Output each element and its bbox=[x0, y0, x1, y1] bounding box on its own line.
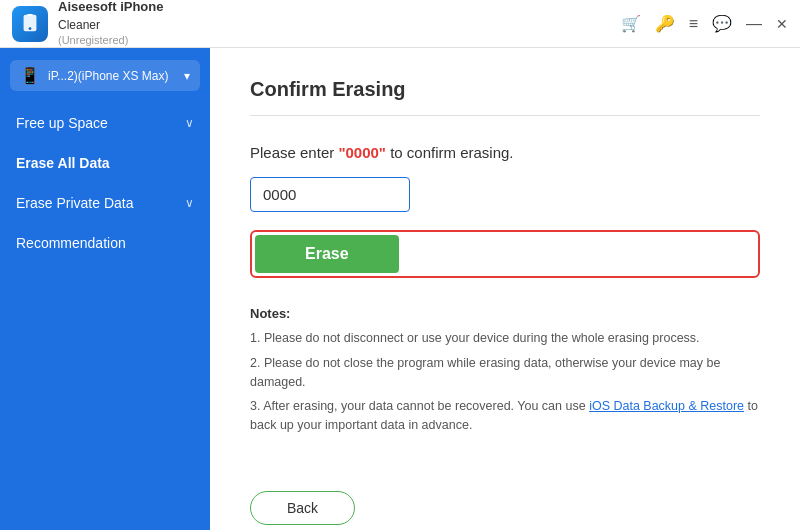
erase-button[interactable]: Erase bbox=[255, 235, 399, 273]
chevron-right-icon: ∨ bbox=[185, 196, 194, 210]
app-icon bbox=[12, 6, 48, 42]
notes-title: Notes: bbox=[250, 306, 760, 321]
sidebar-item-erase-all-data[interactable]: Erase All Data bbox=[0, 143, 210, 183]
main-layout: 📱 iP...2)(iPhone XS Max) ▾ Free up Space… bbox=[0, 48, 800, 530]
confirm-text-post: to confirm erasing. bbox=[386, 144, 514, 161]
app-title-block: Aiseesoft iPhone Cleaner (Unregistered) bbox=[58, 0, 163, 49]
confirm-text-pre: Please enter bbox=[250, 144, 338, 161]
app-name: Aiseesoft iPhone bbox=[58, 0, 163, 17]
key-icon[interactable]: 🔑 bbox=[655, 16, 675, 32]
page-title: Confirm Erasing bbox=[250, 78, 760, 101]
title-bar-left: Aiseesoft iPhone Cleaner (Unregistered) bbox=[12, 0, 163, 49]
sidebar-item-free-up-space[interactable]: Free up Space ∨ bbox=[0, 103, 210, 143]
cart-icon[interactable]: 🛒 bbox=[621, 16, 641, 32]
chevron-down-icon: ▾ bbox=[184, 69, 190, 83]
ios-backup-link[interactable]: iOS Data Backup & Restore bbox=[589, 399, 744, 413]
sidebar-item-erase-private-data[interactable]: Erase Private Data ∨ bbox=[0, 183, 210, 223]
sidebar-item-recommendation[interactable]: Recommendation bbox=[0, 223, 210, 263]
unregistered-label: (Unregistered) bbox=[58, 33, 163, 48]
erase-button-wrapper: Erase bbox=[250, 230, 760, 278]
back-button[interactable]: Back bbox=[250, 491, 355, 525]
sidebar-item-label: Free up Space bbox=[16, 115, 108, 131]
section-divider bbox=[250, 115, 760, 116]
sidebar: 📱 iP...2)(iPhone XS Max) ▾ Free up Space… bbox=[0, 48, 210, 530]
note-item-1: 1. Please do not disconnect or use your … bbox=[250, 329, 760, 348]
svg-rect-1 bbox=[27, 13, 33, 15]
notes-list: 1. Please do not disconnect or use your … bbox=[250, 329, 760, 435]
title-bar-controls: 🛒 🔑 ≡ 💬 — ✕ bbox=[621, 16, 788, 32]
confirm-code-input[interactable] bbox=[250, 177, 410, 212]
notes-section: Notes: 1. Please do not disconnect or us… bbox=[250, 306, 760, 441]
note-item-2: 2. Please do not close the program while… bbox=[250, 354, 760, 392]
chat-icon[interactable]: 💬 bbox=[712, 16, 732, 32]
app-name-line2: Cleaner bbox=[58, 17, 163, 34]
content-area: Confirm Erasing Please enter "0000" to c… bbox=[210, 48, 800, 530]
sidebar-item-label: Erase Private Data bbox=[16, 195, 134, 211]
chevron-right-icon: ∨ bbox=[185, 116, 194, 130]
svg-point-2 bbox=[29, 27, 32, 30]
title-bar: Aiseesoft iPhone Cleaner (Unregistered) … bbox=[0, 0, 800, 48]
sidebar-item-label: Erase All Data bbox=[16, 155, 110, 171]
content-footer: Back bbox=[250, 471, 760, 525]
close-icon[interactable]: ✕ bbox=[776, 17, 788, 31]
confirm-instruction: Please enter "0000" to confirm erasing. bbox=[250, 144, 760, 161]
note-item-3: 3. After erasing, your data cannot be re… bbox=[250, 397, 760, 435]
note3-pre: 3. After erasing, your data cannot be re… bbox=[250, 399, 589, 413]
confirm-code: "0000" bbox=[338, 144, 386, 161]
menu-icon[interactable]: ≡ bbox=[689, 16, 698, 32]
phone-icon: 📱 bbox=[20, 66, 40, 85]
device-selector[interactable]: 📱 iP...2)(iPhone XS Max) ▾ bbox=[10, 60, 200, 91]
device-label: iP...2)(iPhone XS Max) bbox=[48, 69, 176, 83]
minimize-icon[interactable]: — bbox=[746, 16, 762, 32]
sidebar-item-label: Recommendation bbox=[16, 235, 126, 251]
